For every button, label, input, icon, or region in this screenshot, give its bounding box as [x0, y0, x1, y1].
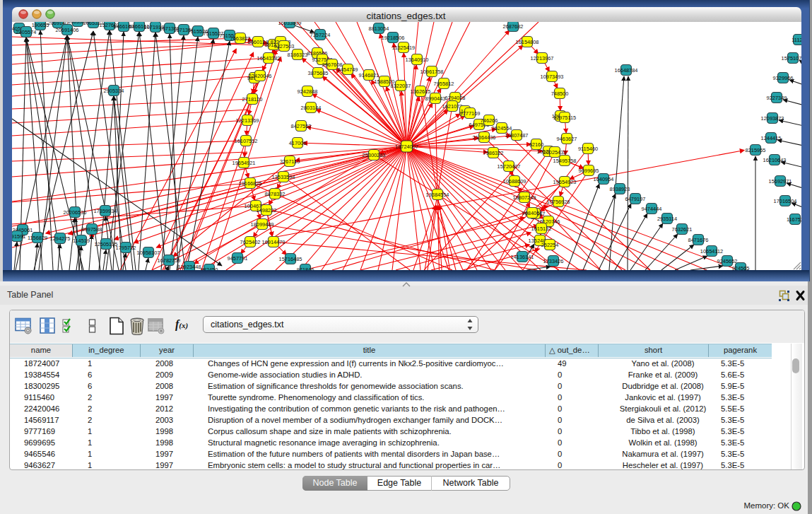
svg-text:1244415: 1244415: [761, 135, 782, 141]
svg-text:9997588: 9997588: [82, 226, 102, 233]
svg-text:19384554: 19384554: [426, 192, 449, 198]
svg-text:1795722: 1795722: [116, 245, 136, 251]
svg-text:9474444: 9474444: [642, 206, 662, 212]
svg-text:9245652: 9245652: [717, 258, 738, 264]
svg-text:8878332: 8878332: [265, 191, 286, 197]
svg-text:391591: 391591: [12, 233, 25, 240]
svg-text:3624554: 3624554: [492, 125, 512, 132]
svg-text:9327503: 9327503: [274, 43, 295, 49]
svg-text:8938923: 8938923: [610, 186, 630, 192]
svg-text:22420046: 22420046: [249, 73, 272, 79]
svg-text:2718120: 2718120: [242, 96, 263, 103]
svg-text:116753: 116753: [787, 216, 801, 223]
svg-text:11123: 11123: [792, 37, 801, 43]
svg-text:2405574: 2405574: [16, 29, 37, 35]
svg-text:15495758: 15495758: [553, 158, 577, 164]
svg-text:10756928: 10756928: [547, 199, 570, 205]
svg-text:8454749: 8454749: [338, 66, 358, 73]
svg-text:18807249: 18807249: [513, 194, 536, 201]
svg-text:19654923: 19654923: [553, 179, 577, 185]
svg-text:2935114: 2935114: [657, 216, 677, 222]
svg-text:982450: 982450: [201, 267, 218, 271]
svg-text:16782759: 16782759: [158, 257, 181, 264]
svg-text:9242848: 9242848: [298, 88, 318, 95]
svg-text:17016504: 17016504: [774, 198, 797, 204]
svg-text:18099489: 18099489: [251, 221, 274, 228]
svg-text:9699695: 9699695: [579, 168, 599, 174]
svg-text:748500: 748500: [551, 90, 569, 97]
svg-text:7625402: 7625402: [240, 239, 261, 245]
svg-text:10025433: 10025433: [543, 149, 567, 156]
svg-text:10958107: 10958107: [137, 250, 160, 256]
svg-text:3875685: 3875685: [308, 70, 329, 76]
svg-text:10973493: 10973493: [541, 74, 564, 80]
svg-text:19166825: 19166825: [239, 180, 262, 187]
svg-text:10654112: 10654112: [700, 248, 723, 255]
svg-text:12975115: 12975115: [553, 115, 576, 121]
svg-text:10807487: 10807487: [505, 132, 529, 139]
svg-text:1615132: 1615132: [531, 226, 552, 232]
svg-text:9777169: 9777169: [460, 110, 481, 117]
svg-text:9463627: 9463627: [557, 136, 577, 142]
svg-text:19218506: 19218506: [382, 35, 405, 41]
svg-text:252254: 252254: [541, 242, 559, 248]
svg-text:62160: 62160: [529, 141, 544, 148]
svg-text:16914479: 16914479: [262, 239, 286, 245]
svg-text:12213967: 12213967: [531, 55, 554, 62]
svg-text:12093873: 12093873: [761, 115, 784, 122]
svg-text:9329966: 9329966: [773, 75, 794, 81]
svg-text:15751074: 15751074: [782, 55, 801, 62]
svg-text:190655: 190655: [32, 22, 49, 28]
svg-text:16543382: 16543382: [257, 55, 281, 62]
svg-text:10961758: 10961758: [420, 69, 444, 75]
svg-text:9084067: 9084067: [522, 210, 543, 216]
svg-text:8471676: 8471676: [688, 237, 709, 243]
svg-text:1362615: 1362615: [411, 88, 431, 95]
svg-text:15720407: 15720407: [498, 163, 521, 170]
svg-text:12213369: 12213369: [236, 117, 259, 124]
svg-text:2687682: 2687682: [503, 23, 524, 30]
svg-text:6479197: 6479197: [625, 196, 646, 202]
svg-text:16154808: 16154808: [516, 39, 539, 45]
svg-text:12923448: 12923448: [178, 264, 201, 270]
svg-text:9227349: 9227349: [767, 95, 787, 101]
svg-text:18724007: 18724007: [395, 144, 418, 150]
svg-text:1156829: 1156829: [28, 235, 47, 241]
svg-text:114519: 114519: [73, 238, 90, 244]
svg-text:20206536: 20206536: [64, 209, 87, 216]
svg-text:7357224: 7357224: [310, 32, 331, 38]
svg-text:1498222: 1498222: [257, 207, 277, 214]
svg-text:971846: 971846: [297, 267, 314, 271]
svg-text:746266: 746266: [481, 117, 498, 124]
svg-text:7632621: 7632621: [672, 226, 693, 233]
svg-text:19654921: 19654921: [233, 160, 256, 166]
svg-text:8186323: 8186323: [288, 52, 308, 58]
svg-text:15692971: 15692971: [769, 178, 792, 185]
svg-text:2905334: 2905334: [104, 88, 124, 94]
svg-text:8322037: 8322037: [391, 83, 411, 89]
svg-text:11325419: 11325419: [392, 45, 415, 51]
svg-text:12505135: 12505135: [95, 241, 118, 247]
svg-text:1733426: 1733426: [543, 258, 564, 264]
svg-text:8427552: 8427552: [291, 123, 312, 129]
svg-text:16107552: 16107552: [235, 138, 258, 144]
svg-text:1640954: 1640954: [594, 176, 614, 182]
svg-text:17359934: 17359934: [94, 208, 117, 214]
svg-text:25300283: 25300283: [363, 152, 386, 158]
svg-text:13533594: 13533594: [272, 174, 295, 180]
svg-text:14136141: 14136141: [511, 254, 534, 260]
svg-text:20691406: 20691406: [56, 27, 79, 33]
svg-text:924565: 924565: [732, 265, 750, 271]
svg-text:9146821: 9146821: [359, 72, 379, 78]
svg-text:10688609: 10688609: [503, 178, 526, 185]
svg-text:16648784: 16648784: [615, 67, 638, 74]
svg-text:8215955: 8215955: [746, 147, 766, 153]
svg-text:7986322: 7986322: [483, 150, 504, 156]
svg-text:1294275: 1294275: [50, 235, 71, 242]
svg-text:13640910: 13640910: [406, 57, 429, 63]
svg-text:9457791: 9457791: [228, 255, 248, 262]
svg-text:2803144: 2803144: [301, 105, 322, 111]
svg-text:15716485: 15716485: [279, 256, 302, 262]
svg-text:9115460: 9115460: [578, 146, 598, 152]
svg-text:8990443: 8990443: [425, 95, 446, 102]
